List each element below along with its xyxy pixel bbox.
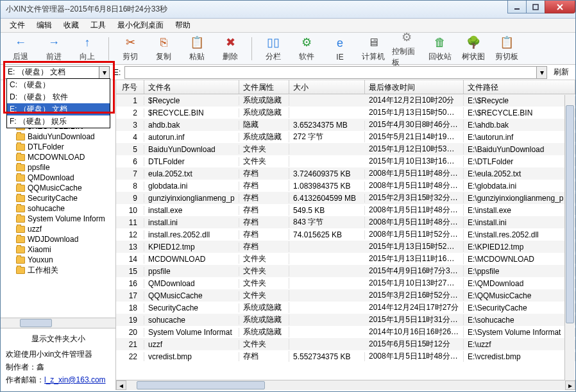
menu-item[interactable]: 工具 <box>85 19 111 32</box>
toolbar-button[interactable]: 🌳树状图 <box>459 35 488 62</box>
toolbar-button[interactable]: ⚙控制面板 <box>392 30 421 68</box>
toolbar-label: 复制 <box>156 51 171 62</box>
table-row[interactable]: 13KPIED12.tmp存档2015年1月13日15时52分11秒E:\KPI… <box>116 241 575 253</box>
table-row[interactable]: 9gunziyinxionglianmeng_p存档6.4132604599 M… <box>116 192 575 204</box>
refresh-button[interactable]: 刷新 <box>551 67 572 78</box>
toolbar-button[interactable]: 🖥计算机 <box>359 35 388 62</box>
scrollbar-thumb[interactable] <box>566 105 574 323</box>
toolbar-button[interactable]: →前进 <box>39 35 69 62</box>
table-row[interactable]: 4autorun.inf系统或隐藏272 字节2015年5月21日14时19分2… <box>116 131 575 143</box>
tree-node[interactable]: DTLFolder <box>4 142 115 152</box>
folder-icon <box>16 216 25 223</box>
toolbar-button[interactable]: ✂剪切 <box>115 35 145 62</box>
tree-node[interactable]: uzzf <box>4 224 115 234</box>
table-row[interactable]: 14MCDOWNLOAD文件夹2015年1月13日11时16分41秒E:\MCD… <box>116 253 575 265</box>
column-header[interactable]: 序号 <box>116 80 144 94</box>
table-row[interactable]: 10install.exe存档549.5 KB2008年1月5日11时48分4秒… <box>116 204 575 216</box>
author-email-link[interactable]: l_z_xin@163.com <box>44 375 106 384</box>
toolbar-button[interactable]: ▯▯分栏 <box>258 35 288 62</box>
toolbar-label: 删除 <box>223 51 238 62</box>
folder-icon <box>16 164 25 171</box>
toolbar-button[interactable]: 📋剪切板 <box>492 35 521 62</box>
tree-node[interactable]: sohucache <box>4 203 115 214</box>
list-body: 1$Recycle系统或隐藏2014年12月2日10时20分E:\$Recycl… <box>116 94 575 380</box>
删除-icon: ✖ <box>223 35 238 50</box>
address-input[interactable]: ▾ <box>124 66 547 79</box>
toolbar-button[interactable]: ✖删除 <box>216 35 245 62</box>
table-row[interactable]: 18SecurityCache系统或隐藏2014年12月24日17时27分E:\… <box>116 302 575 314</box>
tree-node[interactable]: System Volume Inform <box>4 214 115 224</box>
table-row[interactable]: 2$RECYCLE.BIN系统或隐藏2015年1月13日15时50分46秒E:\… <box>116 107 575 119</box>
toolbar-button[interactable]: ⚙软件 <box>292 35 321 62</box>
chevron-down-icon[interactable]: ▾ <box>536 67 546 78</box>
folder-icon <box>16 185 25 192</box>
scrollbar-thumb[interactable] <box>20 319 52 327</box>
剪切-icon: ✂ <box>123 35 138 50</box>
table-row[interactable]: 8globdata.ini存档1.083984375 KB2008年1月5日11… <box>116 180 575 192</box>
drive-combo-value: E: （硬盘） 文档 <box>8 67 65 78</box>
tree-node[interactable]: 工作相关 <box>4 265 115 275</box>
toolbar-button[interactable]: eIE <box>325 36 355 62</box>
table-row[interactable]: 1$Recycle系统或隐藏2014年12月2日10时20分E:\$Recycl… <box>116 94 575 107</box>
tree-node[interactable]: QMDownload <box>4 173 115 183</box>
table-row[interactable]: 12install.res.2052.dll存档74.015625 KB2008… <box>116 228 575 241</box>
menu-item[interactable]: 收藏 <box>58 19 84 32</box>
tree-node[interactable]: BaiduYunDownload <box>4 132 115 142</box>
path-label: E: <box>114 68 121 77</box>
table-row[interactable]: 15ppsfile文件夹2015年4月9日16时7分37秒E:\ppsfile <box>116 265 575 277</box>
drive-dropdown-list[interactable]: C: （硬盘）D: （硬盘） 软件E: （硬盘） 文档F: （硬盘） 娱乐 <box>6 78 110 128</box>
table-row[interactable]: 19sohucache系统或隐藏2015年1月5日11时31分17秒E:\soh… <box>116 314 575 326</box>
toolbar-button[interactable]: 🗑回收站 <box>425 35 455 62</box>
tree-node[interactable]: ppsfile <box>4 162 115 173</box>
menu-item[interactable]: 最小化到桌面 <box>112 19 169 32</box>
tree-node[interactable]: Xiaomi <box>4 244 115 255</box>
dropdown-option[interactable]: D: （硬盘） 软件 <box>7 91 110 103</box>
drive-combo[interactable]: E: （硬盘） 文档 ▾ <box>4 66 110 79</box>
maximize-button[interactable] <box>526 1 545 13</box>
column-header[interactable]: 文件路径 <box>464 80 575 94</box>
tree-node[interactable]: Youxun <box>4 255 115 265</box>
toolbar-button[interactable]: ↑向上 <box>72 35 102 62</box>
column-header[interactable]: 大小 <box>289 80 365 94</box>
chevron-down-icon[interactable]: ▾ <box>99 67 109 78</box>
toolbar-button[interactable]: 📋粘贴 <box>182 35 212 62</box>
toolbar-button[interactable]: ←后退 <box>6 35 35 62</box>
menu-bar: 文件编辑收藏工具最小化到桌面帮助 <box>1 19 575 33</box>
menu-item[interactable]: 编辑 <box>31 19 57 32</box>
column-header[interactable]: 文件属性 <box>239 80 289 94</box>
dropdown-option[interactable]: E: （硬盘） 文档 <box>7 103 110 115</box>
table-row[interactable]: 16QMDownload文件夹2015年1月10日13时27分35秒E:\QMD… <box>116 277 575 289</box>
table-row[interactable]: 5BaiduYunDownload文件夹2015年1月12日10时53分52秒E… <box>116 143 575 155</box>
tree-hscrollbar[interactable] <box>1 318 115 328</box>
minimize-button[interactable] <box>507 1 527 13</box>
树状图-icon: 🌳 <box>466 35 481 50</box>
table-row[interactable]: 3ahdb.bak隐藏3.65234375 MB2015年4月30日8时46分4… <box>116 119 575 131</box>
tree-node[interactable]: MCDOWNLOAD <box>4 152 115 162</box>
toolbar-label: 前进 <box>46 51 62 62</box>
dropdown-option[interactable]: C: （硬盘） <box>7 79 110 91</box>
list-hscrollbar[interactable]: ◂ ▸ <box>116 380 575 390</box>
table-row[interactable]: 22vcredist.bmp存档5.552734375 KB2008年1月5日1… <box>116 350 575 362</box>
table-row[interactable]: 21uzzf文件夹2015年6月5日15时12分E:\uzzf <box>116 338 575 350</box>
table-row[interactable]: 11install.ini存档843 字节2008年1月5日11时48分4秒E:… <box>116 216 575 228</box>
tree-node[interactable]: WDJDownload <box>4 234 115 244</box>
column-header[interactable]: 文件名 <box>144 80 239 94</box>
tree-node[interactable]: SecurityCache <box>4 193 115 203</box>
close-button[interactable] <box>545 1 575 13</box>
menu-item[interactable]: 帮助 <box>170 19 196 32</box>
dropdown-option[interactable]: F: （硬盘） 娱乐 <box>7 115 110 128</box>
list-vscrollbar[interactable] <box>564 95 575 380</box>
toolbar-button[interactable]: ⎘复制 <box>149 35 178 62</box>
IE-icon: e <box>332 36 348 51</box>
scroll-left-button[interactable]: ◂ <box>116 380 126 390</box>
tree-node[interactable]: QQMusicCache <box>4 183 115 193</box>
column-header[interactable]: 最后修改时间 <box>365 80 464 94</box>
scroll-right-button[interactable]: ▸ <box>565 380 575 390</box>
table-row[interactable]: 7eula.2052.txt存档3.724609375 KB2008年1月5日1… <box>116 167 575 180</box>
table-row[interactable]: 17QQMusicCache文件夹2015年3月2日16时52分5秒E:\QQM… <box>116 289 575 302</box>
table-row[interactable]: 20System Volume Informat系统或隐藏2014年10月16日… <box>116 326 575 338</box>
menu-item[interactable]: 文件 <box>4 19 30 32</box>
table-row[interactable]: 6DTLFolder文件夹2015年1月10日13时16分21秒E:\DTLFo… <box>116 155 575 167</box>
scrollbar-thumb[interactable] <box>137 381 265 389</box>
toolbar-label: IE <box>336 53 343 62</box>
